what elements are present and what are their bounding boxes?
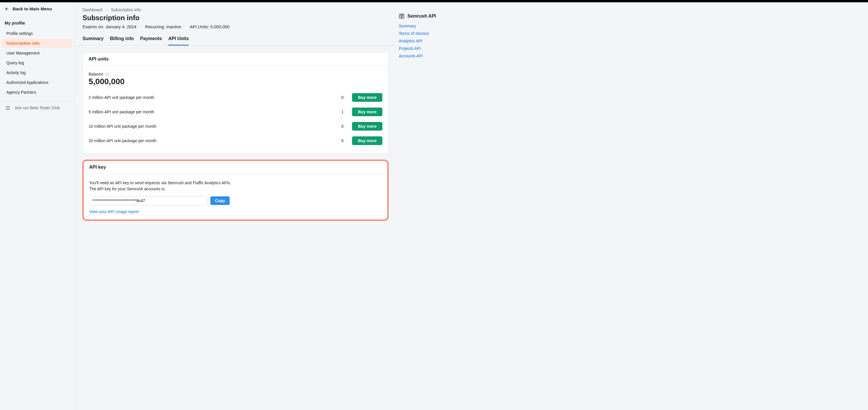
api-units-card: API units Balance 5,000,000 2 million AP…	[83, 52, 389, 154]
back-to-main-menu[interactable]: Back to Main Menu	[0, 2, 74, 15]
sidebar-section-title: My profile	[0, 15, 74, 28]
tab-summary[interactable]: Summary	[83, 36, 103, 45]
arrow-left-icon	[5, 7, 9, 11]
api-key-input[interactable]	[89, 196, 208, 205]
package-row: 20 million API unit package per month 0 …	[89, 134, 382, 148]
package-count: 0	[338, 95, 352, 100]
breadcrumb-current: Subscription info	[111, 7, 141, 12]
sidebar-item-subscription-info[interactable]: Subscription info	[2, 39, 72, 48]
package-row: 10 million API unit package per month 0 …	[89, 119, 382, 134]
right-link-summary[interactable]: Summary	[399, 24, 416, 28]
sidebar-item-authorized-applications[interactable]: Authorized Applications	[2, 78, 72, 87]
api-key-desc-line2: The API key for your Semrush accounts is…	[89, 186, 166, 191]
tab-api-units[interactable]: API Units	[168, 36, 189, 45]
back-label: Back to Main Menu	[13, 6, 52, 11]
api-key-card: API key You'll need an API key to send r…	[83, 160, 389, 220]
package-name: 5 million API unit package per month	[89, 109, 338, 114]
balance-label: Balance	[89, 72, 103, 76]
api-key-desc-line1: You'll need an API key to send requests …	[89, 180, 231, 185]
package-name: 2 million API unit package per month	[89, 95, 338, 100]
package-row: 5 million API unit package per month 1 B…	[89, 105, 382, 119]
meta-api-units: API Units: 5,000,000	[190, 24, 230, 29]
right-panel-title: Semrush API	[407, 13, 436, 19]
sidebar-item-agency-partners[interactable]: Agency Partners	[2, 88, 72, 97]
info-icon[interactable]	[105, 72, 109, 76]
api-units-card-title: API units	[83, 53, 388, 66]
meta-expires: Expires on: January 4, 2024	[83, 24, 136, 29]
sidebar-item-user-management[interactable]: User Management	[2, 48, 72, 58]
sidebar-item-profile-settings[interactable]: Profile settings	[2, 29, 72, 38]
balance-value: 5,000,000	[89, 77, 382, 86]
breadcrumb-dashboard[interactable]: Dashboard	[83, 7, 102, 12]
buy-more-button[interactable]: Buy more	[352, 107, 382, 116]
right-link-accounts-api[interactable]: Accounts API	[399, 54, 423, 58]
api-key-card-title: API key	[83, 161, 388, 174]
copy-button[interactable]: Copy	[210, 196, 230, 205]
tab-payments[interactable]: Payments	[140, 36, 162, 45]
package-row: 2 million API unit package per month 0 B…	[89, 90, 382, 105]
package-name: 20 million API unit package per month	[89, 138, 338, 143]
beta-label: Join our Beta Tester Club	[14, 105, 60, 110]
beta-tester-link[interactable]: Join our Beta Tester Club	[0, 101, 74, 114]
package-count: 1	[338, 109, 352, 114]
buy-more-button[interactable]: Buy more	[352, 122, 382, 131]
book-icon	[399, 13, 405, 19]
chevron-right-icon	[105, 8, 108, 11]
api-usage-report-link[interactable]: View your API Usage report	[89, 209, 139, 214]
right-link-terms[interactable]: Terms of Service	[399, 31, 429, 36]
sidebar-item-activity-log[interactable]: Activity log	[2, 68, 72, 77]
right-link-projects-api[interactable]: Projects API	[399, 46, 421, 51]
robot-icon	[5, 105, 10, 110]
buy-more-button[interactable]: Buy more	[352, 93, 382, 102]
package-name: 10 million API unit package per month	[89, 124, 338, 129]
right-link-analytics-api[interactable]: Analytics API	[399, 39, 423, 43]
page-title: Subscription info	[83, 14, 389, 22]
package-count: 0	[338, 124, 352, 129]
meta-recurring: Recurring: Inactive	[145, 24, 181, 29]
tab-billing-info[interactable]: Billing info	[110, 36, 134, 45]
breadcrumb: Dashboard Subscription info	[83, 7, 389, 12]
sidebar-item-query-log[interactable]: Query log	[2, 58, 72, 67]
package-count: 0	[338, 138, 352, 143]
buy-more-button[interactable]: Buy more	[352, 136, 382, 145]
